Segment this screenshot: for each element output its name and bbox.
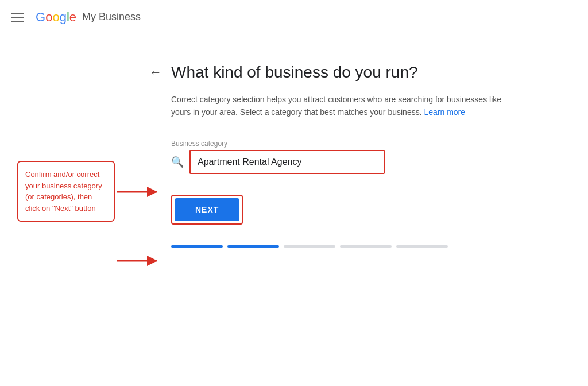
learn-more-link[interactable]: Learn more xyxy=(424,107,465,117)
input-row: 🔍 xyxy=(171,150,385,174)
menu-button[interactable] xyxy=(11,13,24,22)
progress-2 xyxy=(227,245,279,248)
description-text: Correct category selection helps you att… xyxy=(171,93,504,119)
next-button[interactable]: NEXT xyxy=(175,198,239,221)
progress-3 xyxy=(284,245,335,248)
annotation-box: Confirm and/or correct your business cat… xyxy=(17,161,115,222)
title-row: ← What kind of business do you run? xyxy=(149,63,418,82)
input-section: Business category 🔍 xyxy=(171,140,385,174)
main-content: ← What kind of business do you run? Corr… xyxy=(0,34,588,265)
arrow-to-btn xyxy=(117,254,163,270)
header: Google My Business xyxy=(0,0,588,34)
arrow-svg-input xyxy=(117,185,163,199)
next-section: NEXT xyxy=(171,195,243,225)
next-button-wrap: NEXT xyxy=(171,195,243,225)
search-icon: 🔍 xyxy=(171,156,184,168)
progress-bar xyxy=(171,245,448,248)
input-label: Business category xyxy=(171,140,385,148)
business-category-input[interactable] xyxy=(189,150,385,174)
app-title: My Business xyxy=(82,11,141,23)
back-button[interactable]: ← xyxy=(149,65,162,80)
arrow-to-input xyxy=(117,185,163,201)
google-logo: Google xyxy=(36,10,76,25)
page-title: What kind of business do you run? xyxy=(171,63,418,82)
arrow-svg-btn xyxy=(117,254,163,268)
progress-4 xyxy=(340,245,392,248)
progress-5 xyxy=(396,245,448,248)
progress-1 xyxy=(171,245,223,248)
